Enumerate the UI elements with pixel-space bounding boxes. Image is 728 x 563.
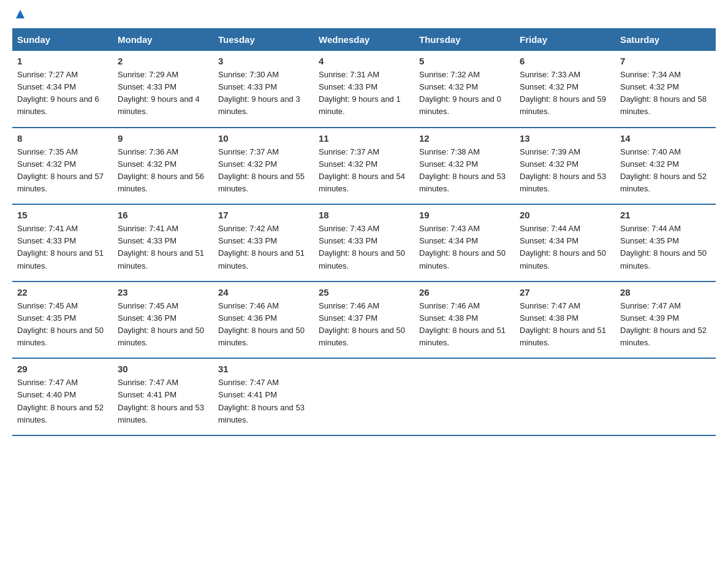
day-info: Sunrise: 7:37 AMSunset: 4:32 PMDaylight:…: [319, 147, 405, 193]
calendar-day-cell: 19 Sunrise: 7:43 AMSunset: 4:34 PMDaylig…: [414, 204, 515, 282]
day-number: 28: [620, 287, 711, 297]
day-number: 23: [118, 287, 208, 297]
calendar-day-cell: 22 Sunrise: 7:45 AMSunset: 4:35 PMDaylig…: [12, 282, 113, 359]
calendar-day-cell: [615, 358, 716, 435]
calendar-day-cell: 27 Sunrise: 7:47 AMSunset: 4:38 PMDaylig…: [515, 282, 615, 359]
day-info: Sunrise: 7:35 AMSunset: 4:32 PMDaylight:…: [17, 147, 104, 193]
day-info: Sunrise: 7:27 AMSunset: 4:34 PMDaylight:…: [17, 70, 99, 116]
day-info: Sunrise: 7:45 AMSunset: 4:36 PMDaylight:…: [118, 301, 204, 347]
calendar-header-friday: Friday: [515, 28, 615, 51]
calendar-week-row: 15 Sunrise: 7:41 AMSunset: 4:33 PMDaylig…: [12, 204, 716, 282]
day-number: 26: [419, 287, 510, 297]
day-number: 13: [520, 133, 610, 144]
day-info: Sunrise: 7:41 AMSunset: 4:33 PMDaylight:…: [17, 224, 104, 270]
day-number: 2: [118, 56, 208, 66]
day-number: 1: [17, 56, 108, 66]
calendar-day-cell: 16 Sunrise: 7:41 AMSunset: 4:33 PMDaylig…: [113, 204, 213, 282]
day-info: Sunrise: 7:47 AMSunset: 4:38 PMDaylight:…: [520, 301, 606, 347]
calendar-day-cell: 21 Sunrise: 7:44 AMSunset: 4:35 PMDaylig…: [615, 204, 716, 282]
calendar-day-cell: 8 Sunrise: 7:35 AMSunset: 4:32 PMDayligh…: [12, 128, 113, 205]
day-number: 21: [620, 210, 711, 220]
calendar-day-cell: 25 Sunrise: 7:46 AMSunset: 4:37 PMDaylig…: [314, 282, 414, 359]
calendar-day-cell: [314, 358, 414, 435]
calendar-day-cell: 28 Sunrise: 7:47 AMSunset: 4:39 PMDaylig…: [615, 282, 716, 359]
calendar-day-cell: 20 Sunrise: 7:44 AMSunset: 4:34 PMDaylig…: [515, 204, 615, 282]
day-info: Sunrise: 7:34 AMSunset: 4:32 PMDaylight:…: [620, 70, 707, 116]
calendar-day-cell: 10 Sunrise: 7:37 AMSunset: 4:32 PMDaylig…: [213, 128, 314, 205]
day-number: 18: [319, 210, 409, 220]
calendar-week-row: 29 Sunrise: 7:47 AMSunset: 4:40 PMDaylig…: [12, 358, 716, 435]
day-info: Sunrise: 7:30 AMSunset: 4:33 PMDaylight:…: [218, 70, 300, 116]
calendar-day-cell: 12 Sunrise: 7:38 AMSunset: 4:32 PMDaylig…: [414, 128, 515, 205]
calendar-day-cell: 11 Sunrise: 7:37 AMSunset: 4:32 PMDaylig…: [314, 128, 414, 205]
calendar-day-cell: 29 Sunrise: 7:47 AMSunset: 4:40 PMDaylig…: [12, 358, 113, 435]
day-info: Sunrise: 7:43 AMSunset: 4:33 PMDaylight:…: [319, 224, 405, 270]
day-info: Sunrise: 7:43 AMSunset: 4:34 PMDaylight:…: [419, 224, 506, 270]
day-number: 3: [218, 56, 309, 66]
logo: [12, 12, 27, 16]
day-info: Sunrise: 7:44 AMSunset: 4:35 PMDaylight:…: [620, 224, 707, 270]
calendar-day-cell: 1 Sunrise: 7:27 AMSunset: 4:34 PMDayligh…: [12, 51, 113, 128]
calendar-header-saturday: Saturday: [615, 28, 716, 51]
day-info: Sunrise: 7:45 AMSunset: 4:35 PMDaylight:…: [17, 301, 104, 347]
calendar-day-cell: 5 Sunrise: 7:32 AMSunset: 4:32 PMDayligh…: [414, 51, 515, 128]
day-info: Sunrise: 7:29 AMSunset: 4:33 PMDaylight:…: [118, 70, 200, 116]
day-number: 11: [319, 133, 409, 144]
day-info: Sunrise: 7:36 AMSunset: 4:32 PMDaylight:…: [118, 147, 204, 193]
day-info: Sunrise: 7:32 AMSunset: 4:32 PMDaylight:…: [419, 70, 501, 116]
day-info: Sunrise: 7:33 AMSunset: 4:32 PMDaylight:…: [520, 70, 606, 116]
calendar-day-cell: 15 Sunrise: 7:41 AMSunset: 4:33 PMDaylig…: [12, 204, 113, 282]
calendar-day-cell: 31 Sunrise: 7:47 AMSunset: 4:41 PMDaylig…: [213, 358, 314, 435]
calendar-day-cell: 24 Sunrise: 7:46 AMSunset: 4:36 PMDaylig…: [213, 282, 314, 359]
calendar-header-tuesday: Tuesday: [213, 28, 314, 51]
day-info: Sunrise: 7:44 AMSunset: 4:34 PMDaylight:…: [520, 224, 606, 270]
calendar-day-cell: 18 Sunrise: 7:43 AMSunset: 4:33 PMDaylig…: [314, 204, 414, 282]
calendar-header-row: SundayMondayTuesdayWednesdayThursdayFrid…: [12, 28, 716, 51]
day-info: Sunrise: 7:41 AMSunset: 4:33 PMDaylight:…: [118, 224, 204, 270]
day-info: Sunrise: 7:47 AMSunset: 4:39 PMDaylight:…: [620, 301, 707, 347]
day-info: Sunrise: 7:39 AMSunset: 4:32 PMDaylight:…: [520, 147, 606, 193]
calendar-day-cell: 7 Sunrise: 7:34 AMSunset: 4:32 PMDayligh…: [615, 51, 716, 128]
day-info: Sunrise: 7:31 AMSunset: 4:33 PMDaylight:…: [319, 70, 401, 116]
calendar-week-row: 22 Sunrise: 7:45 AMSunset: 4:35 PMDaylig…: [12, 282, 716, 359]
calendar-day-cell: 26 Sunrise: 7:46 AMSunset: 4:38 PMDaylig…: [414, 282, 515, 359]
day-number: 9: [118, 133, 208, 144]
calendar-day-cell: 6 Sunrise: 7:33 AMSunset: 4:32 PMDayligh…: [515, 51, 615, 128]
day-info: Sunrise: 7:47 AMSunset: 4:41 PMDaylight:…: [218, 378, 305, 424]
calendar-header-monday: Monday: [113, 28, 213, 51]
day-number: 5: [419, 56, 510, 66]
day-info: Sunrise: 7:47 AMSunset: 4:40 PMDaylight:…: [17, 378, 104, 424]
day-number: 19: [419, 210, 510, 220]
day-number: 12: [419, 133, 510, 144]
calendar-day-cell: 3 Sunrise: 7:30 AMSunset: 4:33 PMDayligh…: [213, 51, 314, 128]
day-number: 14: [620, 133, 711, 144]
calendar-day-cell: 30 Sunrise: 7:47 AMSunset: 4:41 PMDaylig…: [113, 358, 213, 435]
calendar-table: SundayMondayTuesdayWednesdayThursdayFrid…: [12, 28, 716, 436]
day-info: Sunrise: 7:42 AMSunset: 4:33 PMDaylight:…: [218, 224, 305, 270]
day-number: 24: [218, 287, 309, 297]
day-number: 30: [118, 364, 208, 374]
calendar-day-cell: 13 Sunrise: 7:39 AMSunset: 4:32 PMDaylig…: [515, 128, 615, 205]
day-info: Sunrise: 7:47 AMSunset: 4:41 PMDaylight:…: [118, 378, 204, 424]
day-number: 29: [17, 364, 108, 374]
calendar-day-cell: [515, 358, 615, 435]
day-number: 16: [118, 210, 208, 220]
day-info: Sunrise: 7:37 AMSunset: 4:32 PMDaylight:…: [218, 147, 305, 193]
calendar-header-sunday: Sunday: [12, 28, 113, 51]
calendar-day-cell: 2 Sunrise: 7:29 AMSunset: 4:33 PMDayligh…: [113, 51, 213, 128]
day-info: Sunrise: 7:40 AMSunset: 4:32 PMDaylight:…: [620, 147, 707, 193]
day-info: Sunrise: 7:38 AMSunset: 4:32 PMDaylight:…: [419, 147, 506, 193]
calendar-week-row: 8 Sunrise: 7:35 AMSunset: 4:32 PMDayligh…: [12, 128, 716, 205]
day-number: 20: [520, 210, 610, 220]
day-info: Sunrise: 7:46 AMSunset: 4:36 PMDaylight:…: [218, 301, 305, 347]
calendar-day-cell: 14 Sunrise: 7:40 AMSunset: 4:32 PMDaylig…: [615, 128, 716, 205]
day-number: 31: [218, 364, 309, 374]
calendar-week-row: 1 Sunrise: 7:27 AMSunset: 4:34 PMDayligh…: [12, 51, 716, 128]
calendar-day-cell: 4 Sunrise: 7:31 AMSunset: 4:33 PMDayligh…: [314, 51, 414, 128]
calendar-header-wednesday: Wednesday: [314, 28, 414, 51]
day-number: 4: [319, 56, 409, 66]
day-info: Sunrise: 7:46 AMSunset: 4:38 PMDaylight:…: [419, 301, 506, 347]
calendar-day-cell: 9 Sunrise: 7:36 AMSunset: 4:32 PMDayligh…: [113, 128, 213, 205]
day-info: Sunrise: 7:46 AMSunset: 4:37 PMDaylight:…: [319, 301, 405, 347]
day-number: 22: [17, 287, 108, 297]
